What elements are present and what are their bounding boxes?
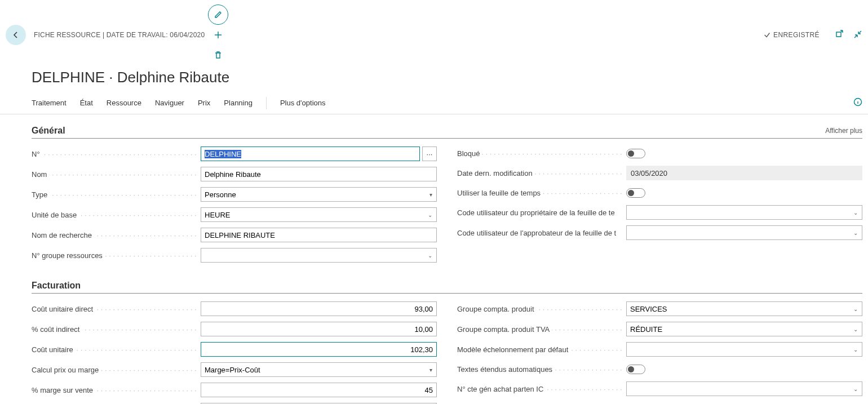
popout-icon (834, 30, 843, 39)
label-calcul: Calcul prix ou marge (32, 366, 201, 374)
cout-direct-field[interactable] (201, 301, 437, 316)
approb-field[interactable] (626, 225, 862, 240)
label-approb: Code utilisateur de l'approbateur de la … (457, 229, 626, 237)
menu-naviguer[interactable]: Naviguer (155, 94, 184, 112)
menu-planning[interactable]: Planning (224, 94, 253, 112)
label-cout-direct: Coût unitaire direct (32, 305, 201, 313)
delete-button[interactable] (208, 45, 228, 65)
label-unite: Unité de base (32, 211, 201, 219)
label-groupe: N° groupe ressources (32, 251, 201, 260)
label-pct-marge: % marge sur vente (32, 386, 201, 394)
saved-indicator: ENREGISTRÉ (763, 31, 820, 39)
label-no: N° (32, 150, 201, 158)
label-recherche: Nom de recherche (32, 231, 201, 239)
label-nom: Nom (32, 170, 201, 179)
label-gcptva: Groupe compta. produit TVA (457, 325, 626, 334)
unite-field[interactable] (201, 207, 437, 222)
ic-field[interactable] (626, 381, 862, 396)
back-button[interactable] (6, 25, 26, 45)
section-facturation-title: Facturation (32, 281, 81, 291)
gcptva-field[interactable] (626, 322, 862, 336)
action-toolbar: Traitement État Ressource Naviguer Prix … (0, 92, 868, 114)
label-bloque: Bloqué (457, 149, 626, 158)
show-more-link[interactable]: Afficher plus (825, 127, 862, 135)
no-lookup-button[interactable]: ··· (422, 146, 437, 161)
no-field[interactable] (201, 146, 420, 161)
collapse-icon (853, 30, 862, 39)
label-gcp: Groupe compta. produit (457, 305, 626, 313)
cout-unitaire-field[interactable] (201, 342, 437, 357)
label-pct-indirect: % coût indirect (32, 325, 201, 334)
pencil-icon (214, 10, 223, 19)
label-date-mod: Date dern. modification (457, 169, 626, 177)
label-type: Type (32, 190, 201, 199)
pct-indirect-field[interactable] (201, 322, 437, 336)
page-title: DELPHINE · Delphine Ribaute (0, 65, 868, 92)
prop-field[interactable] (626, 205, 862, 220)
menu-more-options[interactable]: Plus d'options (280, 94, 326, 112)
label-cout-unitaire: Coût unitaire (32, 345, 201, 354)
toolbar-divider (266, 97, 267, 109)
add-button[interactable] (208, 25, 228, 45)
trash-icon (214, 51, 223, 60)
open-new-window-button[interactable] (834, 30, 843, 41)
label-textes: Textes étendus automatiques (457, 365, 626, 374)
collapse-button[interactable] (853, 30, 862, 41)
breadcrumb: FICHE RESSOURCE | DATE DE TRAVAIL: 06/04… (34, 31, 205, 39)
label-prop: Code utilisateur du propriétaire de la f… (457, 208, 626, 217)
label-modele: Modèle échelonnement par défaut (457, 345, 626, 354)
calcul-select[interactable]: Marge=Prix-Coût (201, 362, 437, 377)
section-facturation-header[interactable]: Facturation (32, 281, 862, 294)
info-button[interactable] (853, 97, 862, 108)
menu-prix[interactable]: Prix (198, 94, 210, 112)
label-ic: N° cte gén achat parten IC (457, 385, 626, 393)
pct-marge-field[interactable] (201, 383, 437, 397)
menu-ressource[interactable]: Ressource (107, 94, 141, 112)
feuille-toggle[interactable] (626, 188, 645, 198)
textes-toggle[interactable] (626, 365, 645, 374)
nom-field[interactable] (201, 167, 437, 181)
info-icon (853, 97, 862, 106)
bloque-toggle[interactable] (626, 149, 645, 158)
recherche-field[interactable] (201, 228, 437, 242)
check-icon (763, 31, 771, 39)
gcp-field[interactable] (626, 301, 862, 316)
groupe-field[interactable] (201, 248, 437, 263)
section-general-title: Général (32, 126, 65, 136)
saved-label: ENREGISTRÉ (773, 31, 820, 39)
modele-field[interactable] (626, 342, 862, 357)
label-feuille: Utiliser la feuille de temps (457, 189, 626, 197)
type-select[interactable]: Personne (201, 187, 437, 202)
date-mod-field: 03/05/2020 (626, 166, 862, 180)
menu-etat[interactable]: État (80, 94, 93, 112)
section-general-header[interactable]: Général Afficher plus (32, 126, 862, 139)
edit-button[interactable] (208, 5, 228, 25)
menu-traitement[interactable]: Traitement (32, 94, 67, 112)
plus-icon (214, 30, 223, 39)
arrow-left-icon (11, 30, 20, 39)
